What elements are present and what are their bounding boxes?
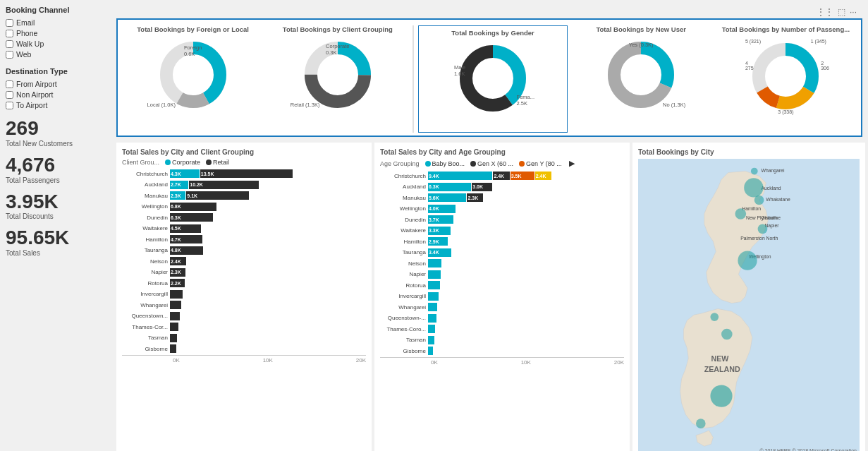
age-bar-segments: 5.6K2.3K (428, 193, 483, 202)
age-bar-segments (428, 303, 437, 311)
age-bar: 2.4K (493, 172, 509, 180)
legend-corporate: Corporate (165, 159, 200, 166)
bubble-hamilton (735, 208, 747, 220)
table-row: Whangarei (380, 302, 624, 312)
bar-segments (170, 344, 176, 353)
channel-walkup-label: Walk Up (16, 40, 44, 48)
channel-web[interactable]: Web (6, 50, 111, 59)
city-client-bars: Christchurch4.3K13.5KAuckland2.7K10.2KMa… (122, 169, 366, 354)
channel-phone-checkbox[interactable] (6, 30, 13, 37)
more-icon[interactable]: ··· (850, 7, 857, 17)
table-row: Napier (380, 270, 624, 279)
nz-map-svg: Whangarei Auckland Whakatane Hamilton Ne… (638, 159, 860, 451)
stat-customers-label: Total New Customers (6, 140, 111, 148)
channel-phone[interactable]: Phone (6, 29, 111, 37)
table-row: Nelson (380, 258, 624, 268)
table-row: Rotorua2.2K (122, 278, 366, 288)
stat-discounts: 3.95K Total Discounts (6, 191, 111, 221)
bar-city-label-age: Manukau (380, 195, 428, 201)
dest-non-airport-checkbox[interactable] (6, 91, 13, 99)
donut-p3-label: 3 (338) (778, 109, 793, 114)
map-title: Total Bookings by City (638, 148, 860, 156)
bubble-auckland (744, 178, 763, 197)
dest-from-airport-checkbox[interactable] (6, 80, 13, 88)
channel-phone-label: Phone (16, 29, 37, 37)
legend-retail: Retail (206, 159, 229, 166)
retail-bar: 2.4K (170, 257, 186, 265)
age-bar (428, 270, 441, 279)
donut-local-label: Local (1.0K) (147, 102, 176, 108)
legend-client-prefix: Client Grou... (122, 159, 159, 166)
donut-foreign-label: Foreign0.6K (184, 44, 202, 57)
retail-bar (170, 301, 181, 309)
age-bar: 3.4K (428, 248, 451, 257)
age-bar-segments (428, 347, 433, 355)
city-age-axis: 0K 10K 20K (380, 359, 624, 366)
age-bar: 3.0K (472, 183, 492, 191)
bar-segments: 4.8K (170, 246, 203, 255)
dest-from-airport[interactable]: From Airport (6, 80, 111, 88)
dest-to-airport-label: To Airport (16, 101, 47, 109)
bar-city-label-age: Wellington (380, 205, 428, 212)
channel-web-checkbox[interactable] (6, 51, 13, 59)
table-row: Dunedin6.3K (122, 212, 366, 222)
map-palmerston: Palmerston North (740, 236, 778, 241)
age-bar (428, 347, 433, 355)
bubble-invercargill (696, 419, 706, 428)
bar-city-label-age: Tauranga (380, 249, 428, 255)
city-client-legend: Client Grou... Corporate Retail (122, 159, 366, 166)
table-row: Invercargill (380, 291, 624, 301)
retail-bar: 13.5K (200, 169, 293, 178)
donut-gender-title: Total Bookings by Gender (422, 29, 563, 37)
city-client-axis-line (122, 355, 366, 356)
table-row: Queenstown-... (380, 313, 624, 323)
bubble-christchurch (721, 329, 733, 340)
table-row: Auckland6.3K3.0K (380, 182, 624, 192)
bar-city-label: Tauranga (122, 247, 170, 253)
dest-to-airport[interactable]: To Airport (6, 101, 111, 109)
legend-baby-boomer: Baby Boo... (425, 160, 465, 167)
channel-walkup[interactable]: Walk Up (6, 40, 111, 48)
channel-email-checkbox[interactable] (6, 19, 13, 27)
age-bar-segments: 3.3K (428, 227, 451, 235)
map-nz-label2: ZEALAND (704, 365, 740, 373)
channel-web-label: Web (16, 50, 31, 59)
retail-bar (170, 312, 180, 320)
screen-icon[interactable]: ⬚ (838, 7, 845, 17)
legend-genx-dot (470, 161, 476, 167)
age-bar: 5.6K (428, 193, 466, 202)
channel-email[interactable]: Email (6, 18, 111, 27)
age-legend-next[interactable]: ▶ (568, 159, 576, 168)
age-bar (428, 336, 434, 344)
bar-city-label-age: Dunedin (380, 217, 428, 223)
city-client-axis: 0K 10K 20K (122, 357, 366, 363)
age-bar-segments: 6.3K3.0K (428, 183, 492, 191)
channel-walkup-checkbox[interactable] (6, 40, 13, 48)
bar-segments: 6.8K (170, 203, 216, 211)
stat-discounts-number: 3.95K (6, 191, 111, 213)
donut-new-user-chart: Yes (0.3K) No (1.3K) (602, 36, 680, 114)
table-row: Waitakere3.3K (380, 226, 624, 236)
donut-gender-chart: Male1.6K Fema...2.5K (454, 40, 532, 117)
donut-no-label: No (1.3K) (663, 102, 685, 108)
table-row: Manukau5.6K2.3K (380, 193, 624, 203)
bar-segments: 2.2K (170, 279, 185, 287)
age-bar (428, 303, 437, 311)
age-bar-segments: 4.0K (428, 205, 456, 213)
dest-to-airport-checkbox[interactable] (6, 102, 13, 109)
retail-bar: 6.8K (170, 203, 216, 211)
donut-foreign-local: Total Bookings by Foreign or Local Forei… (122, 25, 264, 133)
city-age-bars: Christchurch9.4K2.4K3.5K2.4KAuckland6.3K… (380, 171, 624, 356)
age-bar (428, 314, 436, 323)
stat-customers-number: 269 (6, 118, 111, 140)
table-row: Tasman (122, 333, 366, 343)
city-client-title: Total Sales by City and Client Grouping (122, 148, 366, 156)
bar-city-label: Tasman (122, 335, 170, 341)
bar-segments: 4.7K (170, 235, 202, 243)
table-row: Thames-Coro... (380, 324, 624, 334)
corporate-bar: 2.7K (170, 181, 188, 189)
donut-corporate-label: Corporate0.3K (326, 43, 349, 56)
dest-non-airport[interactable]: Non Airport (6, 90, 111, 99)
bar-city-label-age: Christchurch (380, 173, 428, 179)
age-bar: 3.3K (428, 227, 451, 235)
